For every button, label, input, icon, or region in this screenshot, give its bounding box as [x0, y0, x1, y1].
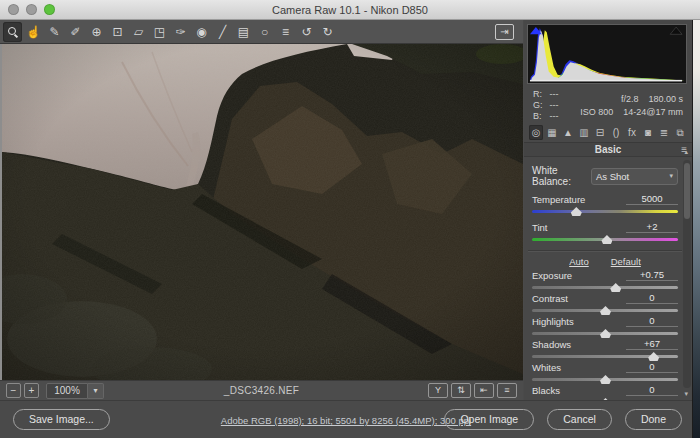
preview-mode-button[interactable]: Y: [428, 383, 448, 398]
graduated-filter-tool[interactable]: ▤: [234, 22, 253, 42]
scroll-up-icon[interactable]: ▴: [684, 148, 688, 156]
swap-before-after-button[interactable]: ⇅: [451, 383, 471, 398]
tab-split-toning[interactable]: ⊟: [593, 125, 607, 140]
panel-header: Basic ≡: [524, 142, 692, 157]
tab-presets[interactable]: ≣: [657, 125, 671, 140]
tab-snapshots[interactable]: ⧉: [673, 125, 687, 140]
copy-current-to-before-button[interactable]: ⇤: [474, 383, 494, 398]
slider-value[interactable]: 0: [626, 384, 678, 396]
arrow-into-bar-icon: ⇤: [480, 386, 488, 395]
slider-track[interactable]: [532, 328, 678, 338]
slider-value[interactable]: 0: [626, 361, 678, 373]
rotate-cw-button[interactable]: ↻: [318, 22, 337, 42]
slider-thumb[interactable]: [600, 306, 611, 315]
slider-thumb[interactable]: [601, 235, 612, 244]
hand-tool[interactable]: ☝: [24, 22, 43, 42]
image-info: R: --- G: --- B: --- f/2.8 180.00 s ISO …: [527, 88, 687, 122]
slider-value[interactable]: +67: [626, 338, 678, 350]
photo-canvas[interactable]: [0, 44, 523, 380]
highlights-slider: Highlights 0: [532, 316, 678, 338]
open-image-button[interactable]: Open Image: [444, 409, 534, 430]
tab-lens-corrections[interactable]: (): [609, 125, 623, 140]
slider-value[interactable]: 0: [626, 292, 678, 304]
crop-tool[interactable]: ⊡: [108, 22, 127, 42]
done-button[interactable]: Done: [625, 409, 682, 430]
panel-scrollbar[interactable]: [683, 160, 691, 388]
tab-tone-curve[interactable]: ▦: [545, 125, 559, 140]
cancel-button[interactable]: Cancel: [547, 409, 612, 430]
spot-removal-tool[interactable]: ✑: [171, 22, 190, 42]
white-balance-value: As Shot: [596, 171, 629, 182]
slider-track[interactable]: [532, 305, 678, 315]
tab-detail[interactable]: ▲: [561, 125, 575, 140]
tone-sliders: Exposure +0.75 Contrast 0: [532, 270, 678, 407]
temperature-slider: Temperature 5000: [532, 194, 678, 216]
tint-slider: Tint +2: [532, 222, 678, 244]
straighten-tool[interactable]: ▱: [129, 22, 148, 42]
slider-thumb[interactable]: [610, 283, 621, 292]
aperture-icon: ◎: [532, 128, 541, 138]
slider-thumb[interactable]: [600, 329, 611, 338]
whites-slider: Whites 0: [532, 362, 678, 384]
preview-controls-bar: − + 100% ▾ _DSC3426.NEF Y ⇅ ⇤ ≡: [0, 380, 523, 400]
chevron-down-icon: ▾: [669, 172, 673, 180]
aperture-value: f/2.8: [621, 94, 639, 104]
crop-icon: ⊡: [112, 26, 122, 38]
auto-default-row: Auto Default: [532, 256, 678, 267]
split-bars-icon: ⊟: [596, 128, 604, 138]
slider-value[interactable]: +0.75: [626, 269, 678, 281]
rgb-channel-value: ---: [550, 111, 559, 121]
slider-thumb[interactable]: [600, 375, 611, 384]
slider-value[interactable]: +2: [626, 221, 678, 233]
camera-raw-window: Camera Raw 10.1 - Nikon D850 ☝ ✎ ✐ ⊕ ⊡ ▱…: [0, 0, 700, 438]
heal-brush-icon: ✑: [175, 26, 185, 38]
scrollbar-thumb[interactable]: [684, 163, 690, 219]
slider-track[interactable]: [532, 282, 678, 292]
eye-icon: ◉: [196, 26, 206, 38]
white-balance-row: White Balance: As Shot ▾: [532, 165, 678, 187]
zoom-tool[interactable]: [3, 22, 22, 42]
preferences-button[interactable]: ≡: [276, 22, 295, 42]
highlight-clipping-indicator[interactable]: [670, 27, 682, 34]
tab-hsl-grayscale[interactable]: ▥: [577, 125, 591, 140]
preview-preferences-button[interactable]: ≡: [497, 383, 517, 398]
tab-basic[interactable]: ◎: [529, 125, 543, 140]
rgb-channel-value: ---: [550, 89, 559, 99]
white-balance-tool[interactable]: ✎: [45, 22, 64, 42]
slider-track[interactable]: [532, 234, 678, 244]
brush-icon: ╱: [219, 26, 226, 38]
slider-track[interactable]: [532, 374, 678, 384]
rgb-channel-label: G:: [533, 100, 547, 110]
sliders-icon: ≣: [660, 128, 668, 138]
targeted-adjustment-tool[interactable]: ⊕: [87, 22, 106, 42]
slider-value[interactable]: 5000: [626, 193, 678, 205]
y-split-icon: Y: [435, 386, 441, 395]
white-balance-select[interactable]: As Shot ▾: [591, 168, 678, 185]
red-eye-tool[interactable]: ◉: [192, 22, 211, 42]
color-sampler-tool[interactable]: ✐: [66, 22, 85, 42]
adjustment-brush-tool[interactable]: ╱: [213, 22, 232, 42]
hand-icon: ☝: [26, 26, 41, 38]
histogram[interactable]: [527, 24, 687, 84]
layers-icon: ⧉: [676, 128, 683, 138]
ellipse-icon: ○: [261, 26, 268, 38]
tab-camera-calibration[interactable]: ◙: [641, 125, 655, 140]
eyedropper-icon: ✎: [49, 26, 59, 38]
magnifier-icon: [8, 27, 18, 37]
radial-filter-tool[interactable]: ○: [255, 22, 274, 42]
slider-thumb[interactable]: [648, 352, 659, 361]
tab-effects[interactable]: fx: [625, 125, 639, 140]
slider-thumb[interactable]: [571, 207, 582, 216]
scroll-down-icon[interactable]: ▾: [684, 390, 688, 398]
default-link[interactable]: Default: [611, 256, 641, 267]
swap-arrows-icon: ⇅: [457, 386, 465, 395]
toggle-fullscreen-button[interactable]: ⇥: [495, 24, 514, 40]
transform-tool[interactable]: ◳: [150, 22, 169, 42]
slider-value[interactable]: 0: [626, 315, 678, 327]
slider-track[interactable]: [532, 351, 678, 361]
slider-track[interactable]: [532, 206, 678, 216]
curve-grid-icon: ▦: [547, 128, 556, 138]
rotate-ccw-button[interactable]: ↺: [297, 22, 316, 42]
auto-link[interactable]: Auto: [569, 256, 589, 267]
photo-preview[interactable]: [2, 44, 523, 380]
